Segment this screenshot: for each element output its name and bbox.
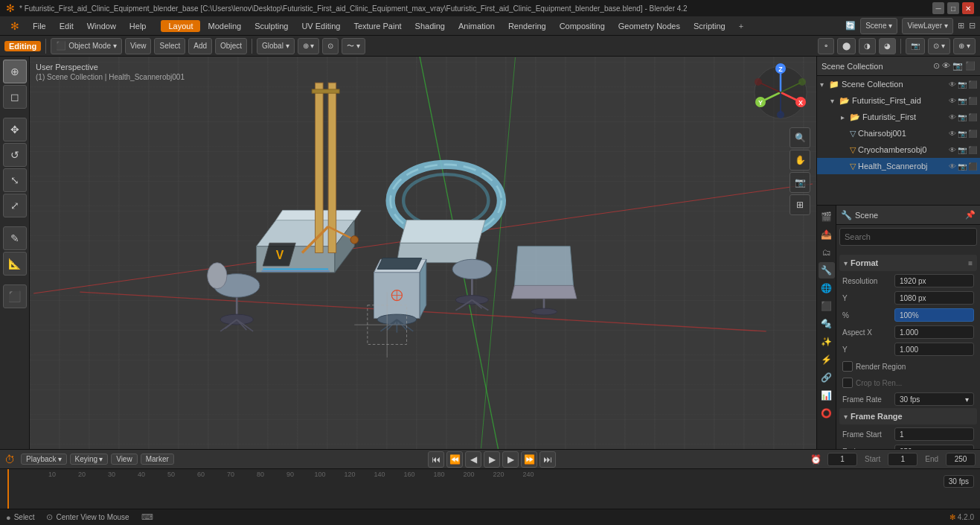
step-forward-btn[interactable]: ▶ xyxy=(502,451,519,468)
end-frame-input[interactable] xyxy=(946,453,976,466)
frame-start-value[interactable]: 1 xyxy=(894,427,974,441)
render-region-check[interactable] xyxy=(842,361,853,372)
render-btn-3[interactable]: 📷 xyxy=(958,130,967,138)
render-btn-5[interactable]: 📷 xyxy=(958,162,967,171)
lock-btn-2[interactable]: ⬛ xyxy=(968,113,977,121)
workspace-animation[interactable]: Animation xyxy=(452,20,501,32)
select-btn[interactable]: Select xyxy=(154,38,185,54)
scene-selector[interactable]: Scene ▾ xyxy=(860,18,897,34)
prop-material-icon[interactable]: ⭕ xyxy=(819,405,835,421)
outliner-item-5[interactable]: ▸ ▽ Health_Scannerobj 👁 📷 ⬛ xyxy=(817,158,980,174)
next-keyframe-btn[interactable]: ⏩ xyxy=(521,451,537,468)
view-layer-selector[interactable]: ViewLayer ▾ xyxy=(902,18,953,34)
prop-object-icon[interactable]: ⬛ xyxy=(819,298,835,314)
workspace-compositing[interactable]: Compositing xyxy=(554,20,611,32)
frame-range-section-header[interactable]: ▾ Frame Range xyxy=(839,408,977,424)
prop-world-icon[interactable]: 🌐 xyxy=(819,280,835,296)
viewport-shading-wire[interactable]: ⚬ xyxy=(818,38,834,54)
workspace-sculpting[interactable]: Sculpting xyxy=(249,20,294,32)
workspace-scripting[interactable]: Scripting xyxy=(688,20,731,32)
tool-move[interactable]: ✥ xyxy=(3,118,27,141)
workspace-add[interactable]: + xyxy=(733,20,749,32)
resolution-x-value[interactable]: 1920 px xyxy=(894,274,974,287)
outliner-item-scene-collection[interactable]: ▾ 📁 Scene Collection 👁 📷 ⬛ xyxy=(817,76,980,92)
close-button[interactable]: ✕ xyxy=(962,2,974,14)
resolution-y-value[interactable]: 1080 px xyxy=(894,291,974,305)
props-search-input[interactable] xyxy=(839,228,977,246)
outliner-item-3[interactable]: ▸ ▽ Chairsobj001 👁 📷 ⬛ xyxy=(817,125,980,141)
aspect-x-value[interactable]: 1.000 xyxy=(894,325,974,339)
format-section-header[interactable]: ▾ Format ≡ xyxy=(839,255,977,271)
tool-select[interactable]: ◻ xyxy=(3,85,27,109)
transform-btn[interactable]: Global ▾ xyxy=(257,38,295,54)
lock-btn-5[interactable]: ⬛ xyxy=(968,162,977,171)
prop-output-icon[interactable]: 📤 xyxy=(819,226,835,243)
tool-annotate[interactable]: ✎ xyxy=(3,226,27,250)
minimize-button[interactable]: ─ xyxy=(932,2,944,14)
tool-scale[interactable]: ⤡ xyxy=(3,168,27,192)
jump-end-btn[interactable]: ⏭ xyxy=(539,451,556,468)
menu-blender[interactable]: ✻ xyxy=(4,19,25,34)
outliner-eye-icon[interactable]: 👁 xyxy=(942,61,950,71)
outliner-item-4[interactable]: ▸ ▽ Cryochambersobj0 👁 📷 ⬛ xyxy=(817,141,980,158)
prev-keyframe-btn[interactable]: ⏪ xyxy=(446,451,463,468)
timeline-view-btn[interactable]: View xyxy=(111,454,138,465)
prop-modifier-icon[interactable]: 🔩 xyxy=(819,316,835,332)
overlay-btn[interactable]: ⊙ ▾ xyxy=(928,38,950,54)
prop-physics-icon[interactable]: ⚡ xyxy=(819,351,835,368)
outliner-item-2[interactable]: ▸ 📂 Futuristic_First 👁 📷 ⬛ xyxy=(817,109,980,125)
lock-btn-0[interactable]: ⬛ xyxy=(968,80,977,89)
eye-btn-0[interactable]: 👁 xyxy=(949,80,956,89)
outliner-camera-icon[interactable]: 📷 xyxy=(952,61,963,71)
menu-help[interactable]: Help xyxy=(124,20,153,32)
crop-render-check[interactable] xyxy=(842,378,853,388)
gizmo-btn[interactable]: ⊕ ▾ xyxy=(953,38,976,54)
viewport-3d[interactable]: V xyxy=(30,57,816,449)
marker-btn[interactable]: Marker xyxy=(141,454,174,465)
props-pin-icon[interactable]: 📌 xyxy=(965,210,976,220)
prop-particles-icon[interactable]: ✨ xyxy=(819,334,835,350)
crop-render-checkbox[interactable]: Crop to Ren... xyxy=(839,375,977,391)
proportional-btn[interactable]: ⊙ xyxy=(322,38,339,54)
prop-scene-icon[interactable]: 🔧 xyxy=(819,262,835,279)
format-options-icon[interactable]: ≡ xyxy=(968,259,973,267)
viewport-shading-rendered[interactable]: ◕ xyxy=(879,38,896,54)
tool-transform[interactable]: ⤢ xyxy=(3,194,27,217)
tool-measure[interactable]: 📐 xyxy=(3,252,27,276)
menu-edit[interactable]: Edit xyxy=(54,20,80,32)
timeline-ruler-area[interactable]: 10 20 30 40 50 60 70 80 90 100 120 140 1… xyxy=(0,469,980,509)
workspace-geometry-nodes[interactable]: Geometry Nodes xyxy=(612,20,686,32)
frame-rate-dropdown[interactable]: 30 fps ▾ xyxy=(894,392,974,406)
view-btn[interactable]: View xyxy=(125,38,152,54)
playback-btn[interactable]: Playback ▾ xyxy=(21,454,67,465)
eye-btn-4[interactable]: 👁 xyxy=(949,146,956,154)
resolution-pct-value[interactable]: 100% xyxy=(894,308,974,322)
lock-btn-3[interactable]: ⬛ xyxy=(968,130,977,138)
workspace-texture-paint[interactable]: Texture Paint xyxy=(348,20,407,32)
menu-file[interactable]: File xyxy=(27,20,52,32)
prop-render-icon[interactable]: 🎬 xyxy=(819,209,835,225)
outliner-filter-icon[interactable]: ⊙ xyxy=(933,61,940,71)
object-btn[interactable]: Object xyxy=(215,38,247,54)
viewport-shading-material[interactable]: ◑ xyxy=(859,38,876,54)
lock-btn-4[interactable]: ⬛ xyxy=(968,146,977,154)
current-frame-input[interactable] xyxy=(827,453,857,466)
jump-start-btn[interactable]: ⏮ xyxy=(428,451,444,468)
menu-window[interactable]: Window xyxy=(81,20,122,32)
render-btn-2[interactable]: 📷 xyxy=(958,113,967,121)
workspace-shading[interactable]: Shading xyxy=(409,20,451,32)
tool-add-cube[interactable]: ⬛ xyxy=(3,284,27,308)
maximize-button[interactable]: □ xyxy=(947,2,959,14)
object-mode-btn[interactable]: ⬛ Object Mode ▾ xyxy=(51,38,122,54)
add-btn[interactable]: Add xyxy=(188,38,212,54)
start-frame-input[interactable] xyxy=(888,453,917,466)
render-btn-4[interactable]: 📷 xyxy=(958,146,967,154)
workspace-layout[interactable]: Layout xyxy=(161,20,200,32)
render-btn-0[interactable]: 📷 xyxy=(958,80,967,89)
aspect-y-value[interactable]: 1.000 xyxy=(894,343,974,356)
snap-options-btn[interactable]: 〜 ▾ xyxy=(342,38,365,54)
step-back-btn[interactable]: ◀ xyxy=(465,451,481,468)
viewport-shading-solid[interactable]: ⬤ xyxy=(837,38,856,54)
prop-constraints-icon[interactable]: 🔗 xyxy=(819,369,835,386)
outliner-render-icon[interactable]: ⬛ xyxy=(965,61,976,71)
